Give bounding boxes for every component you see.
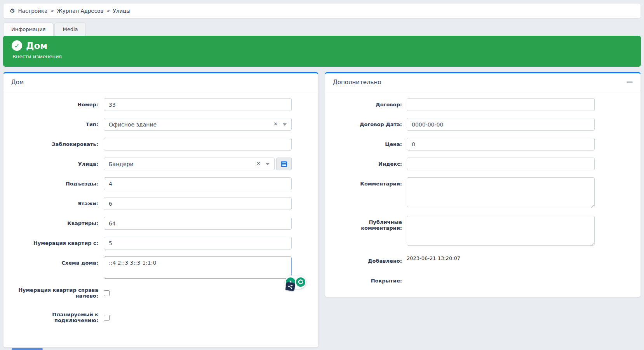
additional-panel-title: Дополнительно <box>333 79 381 86</box>
street-list-button[interactable] <box>276 158 292 170</box>
field-label-comments: Комментарии: <box>333 177 407 187</box>
additional-panel: Дополнительно Договор: Договор Дата: Цен… <box>325 72 641 297</box>
contract-input[interactable] <box>407 98 595 111</box>
chevron-down-icon[interactable] <box>266 163 270 165</box>
clear-icon[interactable]: ✕ <box>256 161 261 166</box>
breadcrumb-link-address-journal[interactable]: Журнал Адресов <box>57 8 103 14</box>
planned-connection-checkbox[interactable] <box>104 315 110 321</box>
field-label-blocked: Заблокировать: <box>11 141 104 147</box>
house-panel: Дом Номер: Тип: Офисное здание ✕ Заблоки… <box>3 72 319 348</box>
collapse-minus-icon[interactable] <box>627 81 633 83</box>
house-panel-title: Дом <box>11 79 24 86</box>
blocked-input[interactable] <box>104 138 292 151</box>
street-select[interactable]: Бандери ✕ <box>104 158 275 170</box>
tab-information[interactable]: Информация <box>3 23 54 36</box>
banner-subtitle: Внести изменения <box>12 54 632 59</box>
grammarly-icon[interactable] <box>296 277 305 287</box>
field-label-type: Тип: <box>11 121 104 127</box>
field-label-numbering-right-to-left: Нумерация квартир справа налево: <box>11 287 104 299</box>
house-scheme-textarea[interactable]: ::4 2::3 3::3 1:1:0 <box>104 256 292 279</box>
breadcrumb-separator: > <box>50 8 54 14</box>
price-input[interactable] <box>407 138 595 151</box>
apartments-input[interactable] <box>104 217 292 230</box>
contract-date-input[interactable] <box>407 118 595 131</box>
added-timestamp: 2023-06-21 13:20:07 <box>407 254 460 261</box>
field-label-apartments: Квартиры: <box>11 220 104 226</box>
extension-widget: ✦ <box>284 273 306 290</box>
breadcrumb-link-streets[interactable]: Улицы <box>113 8 131 14</box>
horizontal-scrollbar-thumb[interactable] <box>12 348 43 350</box>
comments-textarea[interactable] <box>407 177 595 207</box>
entrances-input[interactable] <box>104 177 292 190</box>
g-swirl-icon <box>298 279 303 285</box>
tab-bar: Информация Media <box>3 23 86 36</box>
type-select[interactable]: Офисное здание ✕ <box>104 118 292 131</box>
share-icon <box>287 284 293 289</box>
field-label-apartment-numbering-from: Нумерация квартир с: <box>11 240 104 246</box>
floors-input[interactable] <box>104 197 292 210</box>
clear-icon[interactable]: ✕ <box>273 121 278 127</box>
field-label-entrances: Подъезды: <box>11 181 104 187</box>
check-circle-icon: ✓ <box>12 40 22 51</box>
chevron-down-icon[interactable] <box>283 123 287 126</box>
apartment-numbering-from-input[interactable] <box>104 237 292 250</box>
field-label-index: Индекс: <box>333 161 407 167</box>
breadcrumb: ⚙ Настройка > Журнал Адресов > Улицы <box>3 3 641 19</box>
field-label-contract-date: Договор Дата: <box>333 121 407 127</box>
field-label-floors: Этажи: <box>11 201 104 206</box>
field-label-contract: Договор: <box>333 102 407 107</box>
field-label-price: Цена: <box>333 141 407 147</box>
gear-icon: ⚙ <box>10 7 15 14</box>
index-input[interactable] <box>407 158 595 170</box>
field-label-planned-connection: Планируемый к подключению: <box>11 312 104 323</box>
breadcrumb-separator: > <box>106 8 110 14</box>
success-banner: ✓ Дом Внести изменения <box>3 36 641 67</box>
type-select-value: Офисное здание <box>104 118 292 131</box>
public-comments-textarea[interactable] <box>407 216 595 246</box>
field-label-public-comments: Публичные комментарии: <box>333 216 407 231</box>
field-label-added: Добавлено: <box>333 254 407 264</box>
field-label-coverage: Покрытие: <box>333 274 407 284</box>
field-label-number: Номер: <box>11 102 104 107</box>
field-label-street: Улица: <box>11 161 104 167</box>
tab-media[interactable]: Media <box>54 23 86 36</box>
list-icon <box>281 161 287 167</box>
street-select-value: Бандери <box>104 158 275 170</box>
share-badge-icon[interactable] <box>285 282 296 291</box>
number-input[interactable] <box>104 98 292 111</box>
banner-title: Дом <box>26 41 47 51</box>
field-label-house-scheme: Схема дома: <box>11 256 104 266</box>
breadcrumb-link-settings[interactable]: Настройка <box>18 8 47 14</box>
numbering-right-to-left-checkbox[interactable] <box>104 290 110 296</box>
